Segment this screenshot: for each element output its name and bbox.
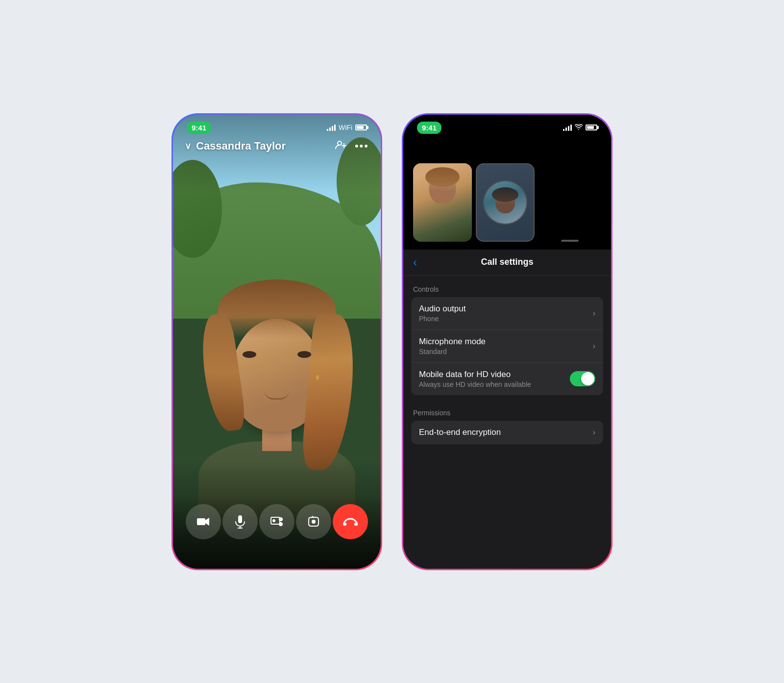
minimize-button[interactable]: ∨ [185,141,191,152]
svg-rect-4 [238,515,242,523]
toggle-knob [581,372,594,385]
video-call-screen: 9:41 WiFi ∨ Cassandra [173,115,381,569]
video-thumb-1[interactable] [413,163,472,242]
hd-video-subtitle: Always use HD video when available [419,380,531,388]
wifi-icon-right [575,124,583,131]
hd-video-row[interactable]: Mobile data for HD video Always use HD v… [411,363,603,395]
svg-point-9 [279,517,283,521]
microphone-mode-chevron: › [593,342,595,351]
settings-title: Call settings [429,257,586,267]
audio-output-chevron: › [593,309,595,318]
microphone-mode-title: Microphone mode [419,337,486,347]
hd-video-toggle[interactable] [570,371,595,386]
contact-name-area: ∨ Cassandra Taylor [185,140,286,152]
right-phone-inner: 9:41 [403,115,611,569]
status-icons-left: WiFi [327,124,367,131]
microphone-mode-row[interactable]: Microphone mode Standard › [411,330,603,363]
settings-header: ‹ Call settings [403,250,611,276]
encryption-left: End-to-end encryption [419,428,501,437]
left-phone-frame: 9:41 WiFi ∨ Cassandra [172,113,382,570]
status-bar-right: 9:41 [403,115,611,136]
battery-icon-right [586,125,597,130]
audio-output-subtitle: Phone [419,315,466,323]
wifi-icon: WiFi [339,124,352,131]
video-button[interactable] [186,504,221,539]
audio-output-right: › [593,309,595,318]
svg-rect-3 [197,518,205,525]
status-icons-right [563,124,597,131]
encryption-title: End-to-end encryption [419,428,501,437]
signal-icon [327,124,336,131]
left-phone-inner: 9:41 WiFi ∨ Cassandra [173,115,381,569]
contact-name: Cassandra Taylor [196,140,286,152]
drag-handle [561,240,579,242]
call-header: ∨ Cassandra Taylor [173,138,381,158]
video-thumbnails [403,136,611,250]
permissions-section-label: Permissions [403,399,611,421]
controls-group: Audio output Phone › Microphone mode [411,297,603,395]
call-actions: ••• [335,140,369,152]
controls-section-label: Controls [403,276,611,297]
effects-button[interactable] [259,504,294,539]
page-wrapper: 9:41 WiFi ∨ Cassandra [142,84,642,600]
flip-camera-button[interactable] [296,504,331,539]
svg-point-11 [312,520,316,524]
encryption-chevron: › [593,428,595,437]
microphone-mode-right: › [593,342,595,351]
back-button[interactable]: ‹ [413,255,429,269]
svg-point-0 [338,141,342,145]
audio-output-row[interactable]: Audio output Phone › [411,297,603,330]
settings-content: Controls Audio output Phone › [403,276,611,569]
video-thumb-2[interactable] [476,163,535,242]
status-bar-left: 9:41 WiFi [173,115,381,138]
settings-screen: 9:41 [403,115,611,569]
add-person-button[interactable] [335,140,347,152]
encryption-right: › [593,428,595,437]
time-display-right: 9:41 [417,122,441,134]
mute-button[interactable] [222,504,258,539]
audio-output-left: Audio output Phone [419,304,466,323]
svg-rect-13 [354,523,358,526]
hd-video-title: Mobile data for HD video [419,370,531,379]
hd-video-left: Mobile data for HD video Always use HD v… [419,370,531,388]
svg-point-10 [279,522,283,526]
battery-icon [355,125,367,130]
controls-row [185,496,369,547]
microphone-mode-left: Microphone mode Standard [419,337,486,355]
encryption-row[interactable]: End-to-end encryption › [411,421,603,444]
call-controls [173,496,381,569]
audio-output-title: Audio output [419,304,466,314]
signal-icon-right [563,124,572,131]
svg-rect-12 [343,523,346,526]
time-display-left: 9:41 [187,122,211,134]
more-options-button[interactable]: ••• [355,140,369,152]
permissions-group: End-to-end encryption › [411,421,603,444]
microphone-mode-subtitle: Standard [419,348,486,355]
svg-point-8 [272,519,275,522]
hd-video-right [570,371,595,386]
right-phone-frame: 9:41 [402,113,612,570]
end-call-button[interactable] [333,504,368,539]
